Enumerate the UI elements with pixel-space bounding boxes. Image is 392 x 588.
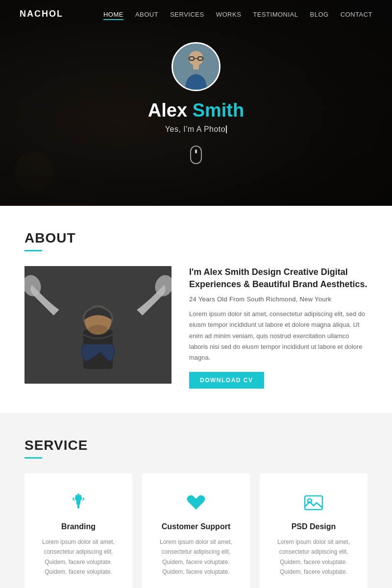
scroll-dot <box>195 149 197 153</box>
navbar: NACHOL HOME ABOUT SERVICES WORKS TESTIMO… <box>0 0 392 28</box>
hero-first-name: Alex <box>148 100 187 121</box>
about-heading: I'm Alex Smith Design Creative Digital E… <box>189 266 368 291</box>
brand-logo[interactable]: NACHOL <box>20 9 63 19</box>
service-card-support: Customer Support Lorem ipsum dolor sit a… <box>142 473 250 588</box>
hero-last-name: Smith <box>193 100 245 121</box>
about-image <box>24 266 172 384</box>
nav-links: HOME ABOUT SERVICES WORKS TESTIMONIAL BL… <box>103 10 372 19</box>
nav-testimonial[interactable]: TESTIMONIAL <box>253 11 298 18</box>
service-desc-support: Lorem ipsum dolor sit amet, consectetur … <box>154 537 238 577</box>
about-content: I'm Alex Smith Design Creative Digital E… <box>24 266 368 389</box>
nav-works[interactable]: WORKS <box>216 11 242 18</box>
heart-icon <box>184 491 208 514</box>
image-icon <box>302 491 325 514</box>
svg-point-11 <box>88 325 108 335</box>
service-title-branding: Branding <box>36 522 121 531</box>
svg-rect-15 <box>305 496 322 510</box>
nav-blog[interactable]: BLOG <box>310 11 329 18</box>
download-cv-button[interactable]: DOWNLOAD CV <box>189 372 264 389</box>
scroll-mouse-icon[interactable] <box>190 146 202 164</box>
service-card-branding: Branding Lorem ipsum dolor sit amet, con… <box>24 473 132 588</box>
service-card-psd: PSD Design Lorem ipsum dolor sit amet, c… <box>260 473 368 588</box>
service-title-support: Customer Support <box>154 522 238 531</box>
nav-home[interactable]: HOME <box>103 11 123 20</box>
service-desc-psd: Lorem ipsum dolor sit amet, consectetur … <box>271 537 356 577</box>
service-title-psd: PSD Design <box>271 522 356 531</box>
svg-point-14 <box>79 495 81 497</box>
svg-point-13 <box>77 493 79 495</box>
about-subheading: 24 Years Old From South Richmond, New Yo… <box>189 295 368 303</box>
svg-point-12 <box>75 495 77 497</box>
hero-subtitle: Yes, I'm A Photo <box>165 125 227 134</box>
nav-services[interactable]: SERVICES <box>170 11 204 18</box>
nav-about[interactable]: ABOUT <box>135 11 158 18</box>
hero-name: Alex Smith <box>148 100 244 121</box>
service-desc-branding: Lorem ipsum dolor sit amet, consectetur … <box>36 537 121 577</box>
about-paragraph: Lorem ipsum dolor sit amet, consectetur … <box>189 309 368 363</box>
service-title: SERVICE <box>24 438 368 453</box>
service-underline <box>24 457 42 459</box>
about-section: ABOUT <box>0 206 392 413</box>
cursor-blink <box>226 125 227 133</box>
nav-contact[interactable]: CONTACT <box>341 11 372 18</box>
avatar-image <box>173 44 219 90</box>
avatar <box>172 42 220 91</box>
service-grid: Branding Lorem ipsum dolor sit amet, con… <box>24 473 368 588</box>
svg-rect-5 <box>193 65 199 70</box>
about-illustration <box>24 266 172 384</box>
about-underline <box>24 250 42 251</box>
branding-icon <box>67 491 90 514</box>
hero-section: Alex Smith Yes, I'm A Photo <box>0 0 392 206</box>
about-text: I'm Alex Smith Design Creative Digital E… <box>189 266 368 389</box>
about-title: ABOUT <box>24 230 368 246</box>
service-section: SERVICE Branding <box>0 413 392 588</box>
service-grid-wrapper: Branding Lorem ipsum dolor sit amet, con… <box>24 473 368 588</box>
